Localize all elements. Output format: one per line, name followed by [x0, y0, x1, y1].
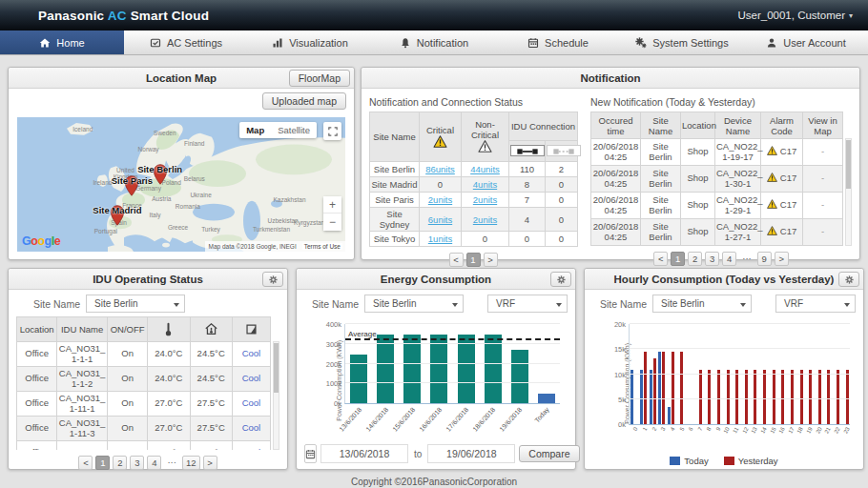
y-axis-tick: 200k: [326, 359, 341, 368]
pagination-button[interactable]: 1: [671, 252, 685, 266]
view-in-map-cell[interactable]: -: [803, 219, 843, 246]
tab-visualization[interactable]: Visualization: [248, 30, 372, 54]
tab-notification[interactable]: Notification: [372, 30, 496, 54]
tab-system-settings[interactable]: System Settings: [620, 30, 744, 54]
panel-title: Location Map: [146, 72, 217, 84]
col-idu-name: IDU Name: [57, 317, 108, 342]
zoom-in-button[interactable]: +: [323, 196, 341, 214]
tab-user-account[interactable]: User Account: [744, 30, 868, 54]
copyright-footer: Copyright ©2016PanasonicCorporation: [0, 477, 868, 487]
map-marker-pin[interactable]: [110, 205, 125, 226]
calendar-icon[interactable]: [304, 444, 317, 463]
view-in-map-cell[interactable]: -: [803, 193, 843, 219]
idu-operating-status-panel: IDU Operating Status Site Name Site Berl…: [8, 268, 288, 470]
fullscreen-icon[interactable]: [323, 122, 341, 140]
critical-units-link[interactable]: 6units: [428, 214, 452, 225]
y-axis-tick: 100k: [326, 379, 341, 388]
energy-settings-button[interactable]: [550, 272, 571, 287]
mode-link[interactable]: Cool: [242, 373, 261, 383]
panel-title: Hourly Consumption (Today vs Yesterday): [614, 274, 835, 285]
scrollbar[interactable]: [845, 138, 852, 246]
critical-units-link[interactable]: 2units: [428, 194, 452, 205]
user-menu-label: User_0001, Customer: [737, 10, 845, 21]
idu-site-select[interactable]: Site Berlin: [86, 295, 185, 313]
idu-settings-button[interactable]: [262, 272, 283, 287]
pagination-button[interactable]: 2: [113, 456, 127, 470]
tab-schedule[interactable]: Schedule: [496, 30, 620, 54]
pagination-button[interactable]: <: [449, 253, 464, 267]
mode-link[interactable]: Cool: [242, 348, 261, 358]
map-canvas[interactable]: IcelandSwedenNorwayFinlandUnited Kingdom…: [17, 117, 345, 252]
user-menu[interactable]: User_0001, Customer ▾: [737, 0, 853, 30]
scrollbar[interactable]: [273, 341, 279, 450]
hourly-bar-yesterday: [680, 352, 683, 424]
idu-site-row: Site Name Site Berlin: [9, 290, 287, 316]
pagination-button[interactable]: 9: [757, 252, 772, 266]
x-axis-labels: 01234567891011121314151617181920212223: [630, 424, 850, 436]
map-marker-pin[interactable]: [153, 164, 168, 185]
connection-status-table: Site Name Critical Non-Critical IDU Conn…: [369, 112, 578, 247]
hourly-bar-yesterday: [644, 352, 647, 424]
pagination-button[interactable]: >: [484, 253, 498, 267]
pagination-button[interactable]: <: [78, 456, 93, 470]
site-name-label: Site Name: [33, 298, 80, 310]
hourly-settings-button[interactable]: [838, 272, 859, 287]
idu-disconnected-icon: [547, 145, 581, 156]
non-critical-units-link[interactable]: 2units: [473, 214, 497, 225]
non-critical-units-link[interactable]: 4units: [473, 179, 497, 190]
floormap-button[interactable]: FloorMap: [289, 70, 350, 87]
view-in-map-cell[interactable]: -: [803, 139, 843, 166]
gridline: [345, 382, 560, 383]
date-from-input[interactable]: [320, 444, 408, 463]
hourly-site-select[interactable]: Site Berlin: [652, 295, 752, 313]
zoom-out-button[interactable]: −: [323, 214, 341, 231]
hourly-chart: Power Consumption (KWh) 0123456789101112…: [590, 316, 858, 442]
scrollbar-thumb[interactable]: [846, 140, 851, 189]
pagination-button[interactable]: >: [775, 252, 789, 266]
idu-row: OfficeCA_NO31_1-11-1On27.0°C27.5°CCool: [17, 392, 271, 417]
mode-link[interactable]: Cool: [242, 397, 261, 408]
mode-link[interactable]: Cool: [242, 422, 261, 433]
map-marker-pin[interactable]: [124, 175, 139, 196]
date-to-input[interactable]: [427, 444, 515, 463]
pagination-button[interactable]: 1: [95, 456, 110, 470]
map-type-satellite-button[interactable]: Satellite: [271, 122, 317, 138]
pagination-button[interactable]: 3: [130, 456, 144, 470]
view-in-map-cell[interactable]: -: [803, 166, 843, 193]
tab-ac-settings[interactable]: AC Settings: [124, 30, 248, 54]
pagination-button[interactable]: >: [203, 456, 217, 470]
critical-units-link[interactable]: 86units: [425, 164, 455, 174]
mode-link[interactable]: Cool: [242, 447, 261, 450]
y-axis-tick: 15k: [614, 345, 626, 354]
pagination-button[interactable]: 4: [722, 252, 736, 266]
col-onoff: ON/OFF: [107, 317, 147, 342]
uploaded-map-button[interactable]: Uploaded map: [262, 92, 346, 110]
tab-home[interactable]: Home: [0, 30, 124, 54]
pagination-button[interactable]: 12: [182, 456, 200, 470]
tab-label: Home: [56, 37, 84, 49]
compare-button[interactable]: Compare: [519, 445, 579, 462]
pagination-button[interactable]: <: [653, 252, 668, 266]
status-table-row: Site Sydney6units2units40: [370, 208, 578, 232]
pagination-button[interactable]: 3: [705, 252, 719, 266]
hourly-controls: Site Name Site Berlin VRF: [585, 290, 863, 315]
pagination-button[interactable]: 2: [688, 252, 702, 266]
pagination-button[interactable]: 1: [466, 253, 481, 267]
non-critical-units-link[interactable]: 2units: [473, 194, 497, 205]
critical-units-link[interactable]: 1units: [428, 234, 452, 244]
energy-bar: [377, 335, 394, 403]
hourly-consumption-panel: Hourly Consumption (Today vs Yesterday) …: [584, 268, 864, 470]
hourly-bar-yesterday: [791, 370, 794, 424]
hourly-type-select[interactable]: VRF: [775, 295, 856, 313]
x-axis-tick: Today: [533, 406, 550, 424]
terms-of-use-link[interactable]: Terms of Use: [302, 243, 342, 250]
energy-site-select[interactable]: Site Berlin: [364, 295, 464, 313]
map-type-map-button[interactable]: Map: [239, 122, 271, 138]
pagination-button[interactable]: 4: [147, 456, 161, 470]
hourly-bar-yesterday: [800, 370, 803, 424]
scrollbar-thumb[interactable]: [274, 343, 279, 393]
energy-type-select[interactable]: VRF: [487, 295, 568, 313]
non-critical-units-link[interactable]: 44units: [470, 164, 500, 174]
google-logo[interactable]: Google: [22, 234, 60, 248]
hourly-bar-yesterday: [846, 370, 849, 424]
